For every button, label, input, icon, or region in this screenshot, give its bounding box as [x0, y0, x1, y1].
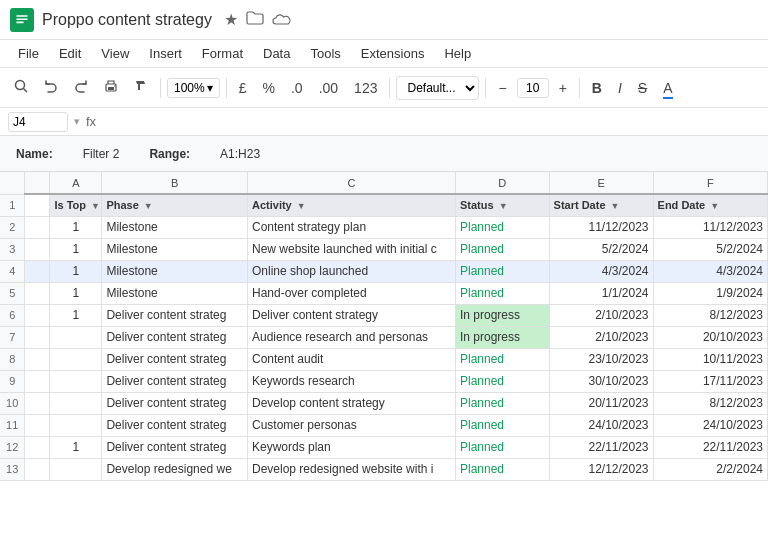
cell-row-num[interactable] [25, 260, 50, 282]
col-header-b[interactable]: B [102, 172, 248, 194]
font-decrease-button[interactable]: − [492, 76, 512, 100]
cell-a[interactable] [50, 348, 102, 370]
col-header-e[interactable]: E [549, 172, 653, 194]
cell-c[interactable]: Audience research and personas [247, 326, 455, 348]
cell-b[interactable]: Deliver content strateg [102, 348, 248, 370]
cell-e[interactable]: 2/10/2023 [549, 326, 653, 348]
cell-row-num[interactable] [25, 282, 50, 304]
cell-a[interactable] [50, 326, 102, 348]
cell-c[interactable]: Develop content strategy [247, 392, 455, 414]
cell-f[interactable]: 1/9/2024 [653, 282, 767, 304]
paint-format-button[interactable] [128, 75, 154, 100]
cell-a[interactable] [50, 414, 102, 436]
menu-data[interactable]: Data [255, 44, 298, 63]
cell-a[interactable]: 1 [50, 282, 102, 304]
cell-e[interactable]: 1/1/2024 [549, 282, 653, 304]
cell-b[interactable]: Deliver content strateg [102, 436, 248, 458]
cell-a[interactable]: 1 [50, 238, 102, 260]
cell-d[interactable]: Planned [455, 348, 549, 370]
cell-a[interactable] [50, 370, 102, 392]
cell-d[interactable]: Planned [455, 260, 549, 282]
formula-input[interactable] [102, 115, 760, 129]
cell-d[interactable]: In progress [455, 304, 549, 326]
cell-c[interactable]: Deliver content strategy [247, 304, 455, 326]
cell-f[interactable]: 2/2/2024 [653, 458, 767, 480]
cell-f[interactable]: 17/11/2023 [653, 370, 767, 392]
cell-row-num[interactable] [25, 458, 50, 480]
cell-a[interactable]: 1 [50, 436, 102, 458]
strikethrough-button[interactable]: S [632, 76, 653, 100]
cell-e[interactable]: 4/3/2024 [549, 260, 653, 282]
cell-d[interactable]: Planned [455, 436, 549, 458]
cell-d[interactable]: Planned [455, 392, 549, 414]
menu-help[interactable]: Help [436, 44, 479, 63]
cell-1-f[interactable]: End Date ▼ [653, 194, 767, 216]
cell-b[interactable]: Deliver content strateg [102, 326, 248, 348]
cell-a[interactable] [50, 392, 102, 414]
cell-b[interactable]: Deliver content strateg [102, 304, 248, 326]
cell-c[interactable]: Develop redesigned website with i [247, 458, 455, 480]
cell-c[interactable]: Keywords research [247, 370, 455, 392]
cell-e[interactable]: 11/12/2023 [549, 216, 653, 238]
print-button[interactable] [98, 75, 124, 100]
font-size-input[interactable] [517, 78, 549, 98]
cell-f[interactable]: 24/10/2023 [653, 414, 767, 436]
cell-e[interactable]: 12/12/2023 [549, 458, 653, 480]
cell-1-d[interactable]: Status ▼ [455, 194, 549, 216]
cell-f[interactable]: 4/3/2024 [653, 260, 767, 282]
cell-c[interactable]: Online shop launched [247, 260, 455, 282]
cell-d[interactable]: In progress [455, 326, 549, 348]
cell-1-e[interactable]: Start Date ▼ [549, 194, 653, 216]
cell-b[interactable]: Milestone [102, 216, 248, 238]
cell-a[interactable] [50, 458, 102, 480]
underline-button[interactable]: A [657, 76, 678, 100]
cell-d[interactable]: Planned [455, 282, 549, 304]
cell-1-a[interactable]: Is Top ▼ [50, 194, 102, 216]
menu-view[interactable]: View [93, 44, 137, 63]
col-header-a[interactable]: A [50, 172, 102, 194]
cell-row-num[interactable] [25, 370, 50, 392]
cell-c[interactable]: Content strategy plan [247, 216, 455, 238]
cell-d[interactable]: Planned [455, 414, 549, 436]
cell-d[interactable]: Planned [455, 216, 549, 238]
cell-row-num[interactable] [25, 392, 50, 414]
cell-a[interactable]: 1 [50, 304, 102, 326]
col-header-d[interactable]: D [455, 172, 549, 194]
cell-f[interactable]: 5/2/2024 [653, 238, 767, 260]
folder-icon[interactable] [246, 11, 264, 29]
cell-e[interactable]: 20/11/2023 [549, 392, 653, 414]
num-format-button[interactable]: 123 [348, 76, 383, 100]
cell-b[interactable]: Milestone [102, 282, 248, 304]
zoom-select[interactable]: 100% ▾ [167, 78, 220, 98]
menu-file[interactable]: File [10, 44, 47, 63]
col-header-f[interactable]: F [653, 172, 767, 194]
menu-tools[interactable]: Tools [302, 44, 348, 63]
cell-b[interactable]: Deliver content strateg [102, 414, 248, 436]
cell-1-num[interactable] [25, 194, 50, 216]
cell-f[interactable]: 20/10/2023 [653, 326, 767, 348]
cell-e[interactable]: 2/10/2023 [549, 304, 653, 326]
menu-insert[interactable]: Insert [141, 44, 190, 63]
cell-f[interactable]: 22/11/2023 [653, 436, 767, 458]
font-increase-button[interactable]: + [553, 76, 573, 100]
cell-row-num[interactable] [25, 326, 50, 348]
currency-button[interactable]: £ [233, 76, 253, 100]
menu-format[interactable]: Format [194, 44, 251, 63]
cell-b[interactable]: Deliver content strateg [102, 392, 248, 414]
col-header-c[interactable]: C [247, 172, 455, 194]
cell-e[interactable]: 24/10/2023 [549, 414, 653, 436]
dec-decimals-button[interactable]: .0 [285, 76, 309, 100]
cell-ref-dropdown[interactable]: ▾ [74, 115, 80, 128]
cell-1-c[interactable]: Activity ▼ [247, 194, 455, 216]
cell-c[interactable]: Customer personas [247, 414, 455, 436]
cell-reference-input[interactable] [8, 112, 68, 132]
bold-button[interactable]: B [586, 76, 608, 100]
cell-d[interactable]: Planned [455, 458, 549, 480]
cell-f[interactable]: 11/12/2023 [653, 216, 767, 238]
cell-f[interactable]: 8/12/2023 [653, 304, 767, 326]
cell-f[interactable]: 8/12/2023 [653, 392, 767, 414]
percent-button[interactable]: % [257, 76, 281, 100]
star-icon[interactable]: ★ [224, 10, 238, 29]
cell-b[interactable]: Milestone [102, 238, 248, 260]
cell-c[interactable]: Keywords plan [247, 436, 455, 458]
